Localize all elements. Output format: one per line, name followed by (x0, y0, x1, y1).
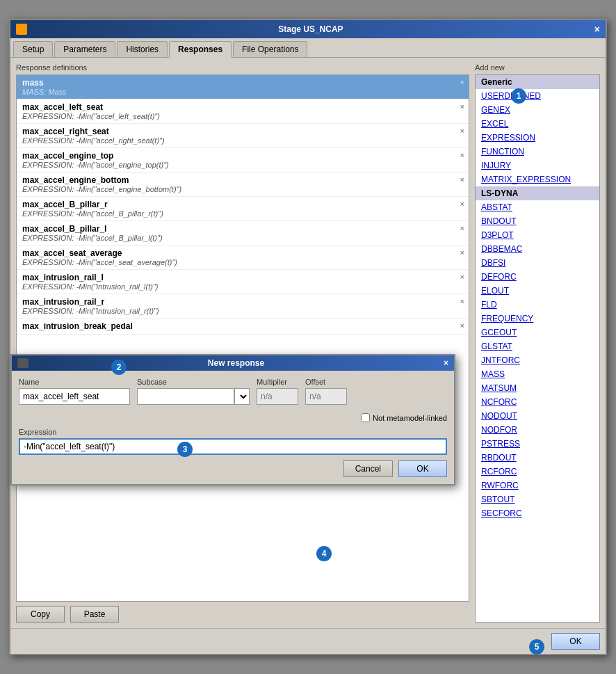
name-input[interactable] (19, 388, 130, 405)
tab-parameters[interactable]: Parameters (54, 41, 115, 57)
response-close-icon[interactable]: × (460, 248, 464, 257)
add-ncforc[interactable]: NCFORC (476, 395, 599, 409)
left-panel: Response definitions mass MASS: Mass × m… (16, 63, 469, 623)
add-pstress[interactable]: PSTRESS (476, 437, 599, 451)
add-injury[interactable]: INJURY (476, 159, 599, 172)
add-frequency[interactable]: FREQUENCY (476, 312, 599, 326)
window-close-button[interactable]: × (594, 24, 600, 35)
response-sub: EXPRESSION: -Min("intrusion_rail_l(t)") (22, 282, 463, 291)
subcase-input[interactable] (137, 388, 234, 405)
response-definitions-label: Response definitions (16, 63, 469, 72)
response-item-max-accel-seat-average[interactable]: max_accel_seat_average EXPRESSION: -Min(… (17, 246, 469, 270)
response-list[interactable]: mass MASS: Mass × max_accel_left_seat EX… (16, 74, 469, 602)
add-matsum[interactable]: MATSUM (476, 381, 599, 395)
tab-setup[interactable]: Setup (13, 41, 53, 57)
response-name: max_accel_right_seat (22, 127, 463, 136)
multiplier-label: Multipiler (257, 378, 298, 386)
dialog-row-1: Name Subcase ▼ Multipiler (19, 378, 447, 405)
add-sbtout[interactable]: SBTOUT (476, 492, 599, 506)
response-close-icon[interactable]: × (460, 127, 464, 135)
response-name: max_accel_seat_average (22, 248, 463, 258)
expression-label: Expression (19, 428, 447, 436)
add-fld[interactable]: FLD (476, 298, 599, 312)
response-sub: EXPRESSION: -Min("intrusion_rail_r(t)") (22, 307, 463, 315)
dialog-icon (17, 358, 29, 368)
offset-field-group: Offset (305, 378, 347, 405)
response-close-icon[interactable]: × (460, 78, 464, 86)
add-new-list[interactable]: Generic USERDEFINED GENEX EXCEL EXPRESSI… (475, 74, 600, 623)
add-dbbemac[interactable]: DBBEMAC (476, 242, 599, 256)
add-glstat[interactable]: GLSTAT (476, 339, 599, 353)
dialog-close-button[interactable]: × (444, 358, 448, 368)
response-name: max_intrusion_break_pedal (22, 321, 463, 331)
add-bndout[interactable]: BNDOUT (476, 214, 599, 228)
name-label: Name (19, 378, 130, 386)
add-expression[interactable]: EXPRESSION (476, 131, 599, 145)
main-content: Response definitions mass MASS: Mass × m… (10, 58, 606, 628)
not-metamodel-checkbox[interactable] (361, 413, 370, 422)
add-matrix-expression[interactable]: MATRIX_EXPRESSION (476, 172, 599, 186)
add-nodout[interactable]: NODOUT (476, 409, 599, 423)
response-item-max-accel-engine-top[interactable]: max_accel_engine_top EXPRESSION: -Min("a… (17, 148, 469, 172)
offset-input (305, 388, 347, 405)
response-close-icon[interactable]: × (460, 297, 464, 305)
paste-button[interactable]: Paste (70, 606, 119, 623)
response-item-max-accel-engine-bottom[interactable]: max_accel_engine_bottom EXPRESSION: -Min… (17, 172, 469, 197)
response-sub: EXPRESSION: -Min("accel_right_seat(t)") (22, 136, 463, 145)
response-item-max-intrusion-rail-l[interactable]: max_intrusion_rail_l EXPRESSION: -Min("i… (17, 270, 469, 294)
response-name: max_accel_engine_top (22, 151, 463, 161)
response-name: max_accel_B_pillar_l (22, 224, 463, 234)
cancel-button[interactable]: Cancel (343, 460, 393, 477)
response-close-icon[interactable]: × (460, 224, 464, 232)
response-close-icon[interactable]: × (460, 175, 464, 184)
add-deforc[interactable]: DEFORC (476, 270, 599, 284)
copy-button[interactable]: Copy (16, 606, 65, 623)
subcase-field-group: Subcase ▼ (137, 378, 250, 405)
response-item-max-accel-b-pillar-l[interactable]: max_accel_B_pillar_l EXPRESSION: -Min("a… (17, 221, 469, 246)
add-elout[interactable]: ELOUT (476, 284, 599, 298)
add-gceout[interactable]: GCEOUT (476, 326, 599, 339)
tab-file-operations[interactable]: File Operations (233, 41, 307, 57)
response-sub: MASS: Mass (22, 88, 463, 96)
response-item-max-intrusion-break-pedal[interactable]: max_intrusion_break_pedal × (17, 319, 469, 335)
expression-input[interactable] (19, 438, 447, 455)
response-item-max-accel-right-seat[interactable]: max_accel_right_seat EXPRESSION: -Min("a… (17, 124, 469, 148)
add-genex[interactable]: GENEX (476, 103, 599, 117)
response-item-max-accel-left-seat[interactable]: max_accel_left_seat EXPRESSION: -Min("ac… (17, 99, 469, 124)
add-mass[interactable]: MASS (476, 367, 599, 381)
response-close-icon[interactable]: × (460, 273, 464, 281)
response-close-icon[interactable]: × (460, 151, 464, 159)
not-metamodel-label: Not metamodel-linked (373, 414, 447, 422)
window-bottom: OK (10, 628, 606, 654)
tab-responses[interactable]: Responses (169, 41, 232, 58)
response-close-icon[interactable]: × (460, 321, 464, 330)
dialog-ok-button[interactable]: OK (398, 460, 447, 477)
response-sub: EXPRESSION: -Min("accel_engine_bottom(t)… (22, 185, 463, 193)
add-d3plot[interactable]: D3PLOT (476, 228, 599, 242)
add-function[interactable]: FUNCTION (476, 145, 599, 159)
add-rwforc[interactable]: RWFORC (476, 479, 599, 492)
response-item-max-accel-b-pillar-r[interactable]: max_accel_B_pillar_r EXPRESSION: -Min("a… (17, 197, 469, 221)
response-item-mass[interactable]: mass MASS: Mass × (17, 75, 469, 99)
expression-field-group: Expression (19, 428, 447, 455)
subcase-dropdown[interactable]: ▼ (234, 388, 250, 405)
response-item-max-intrusion-rail-r[interactable]: max_intrusion_rail_r EXPRESSION: -Min("i… (17, 294, 469, 319)
add-secforc[interactable]: SECFORC (476, 506, 599, 520)
add-rcforc[interactable]: RCFORC (476, 465, 599, 479)
response-close-icon[interactable]: × (460, 200, 464, 208)
add-nodfor[interactable]: NODFOR (476, 423, 599, 437)
add-rbdout[interactable]: RBDOUT (476, 451, 599, 465)
add-excel[interactable]: EXCEL (476, 117, 599, 131)
add-dbfsi[interactable]: DBFSI (476, 256, 599, 270)
new-response-dialog: New response × Name Subcase ▼ (10, 354, 455, 486)
dialog-body: Name Subcase ▼ Multipiler (12, 371, 454, 484)
multiplier-field-group: Multipiler (257, 378, 298, 405)
add-abstat[interactable]: ABSTAT (476, 200, 599, 214)
response-close-icon[interactable]: × (460, 102, 464, 111)
main-ok-button[interactable]: OK (551, 633, 600, 650)
add-userdefined[interactable]: USERDEFINED (476, 89, 599, 103)
dialog-title-bar: New response × (12, 355, 454, 371)
tab-histories[interactable]: Histories (117, 41, 168, 57)
response-name: mass (22, 78, 463, 88)
add-jntforc[interactable]: JNTFORC (476, 353, 599, 367)
